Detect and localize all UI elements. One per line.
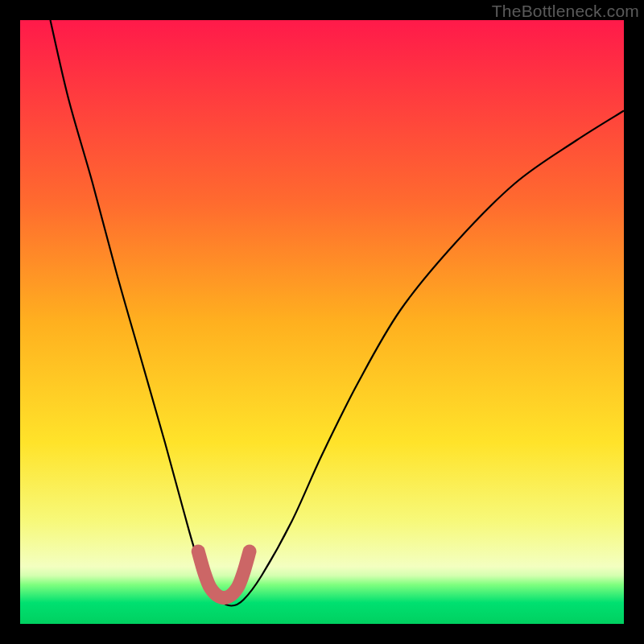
bottleneck-chart-svg (20, 20, 624, 624)
watermark-text: TheBottleneck.com (492, 2, 639, 21)
bottleneck-curve-line (51, 20, 625, 606)
chart-plot-area (20, 20, 624, 624)
optimal-range-marker (198, 551, 250, 598)
